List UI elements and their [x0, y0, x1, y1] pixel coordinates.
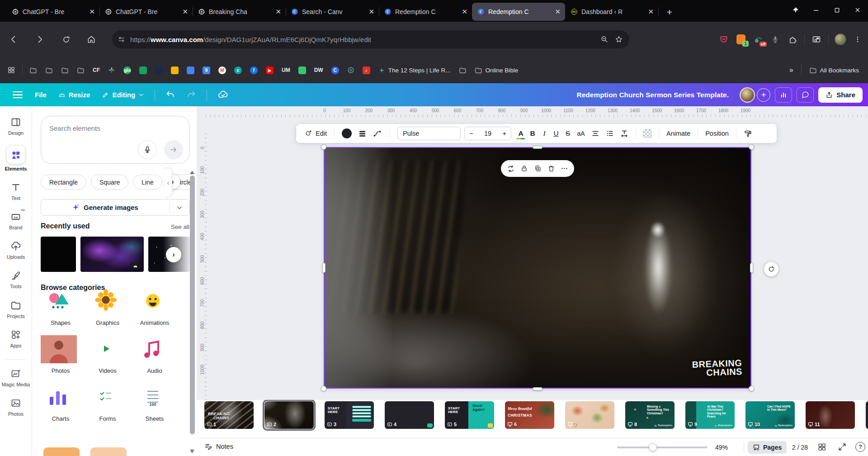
sidebar-item-apps[interactable]: Apps — [1, 329, 30, 348]
page-thumbnail-7[interactable]: 7 — [565, 401, 614, 429]
selection-handle-bottom[interactable] — [533, 387, 542, 390]
sidebar-item-elements[interactable]: Elements — [1, 146, 30, 171]
bookmark-item-12[interactable]: M — [218, 66, 226, 74]
bookmark-text-item-0[interactable]: The 12 Steps | Life R... — [378, 67, 451, 74]
bookmark-item-0[interactable] — [29, 66, 37, 74]
category-charts[interactable]: Charts — [41, 383, 80, 422]
selection-handle-left[interactable] — [322, 263, 326, 273]
tab-close-icon[interactable]: ✕ — [368, 8, 374, 16]
zoom-slider[interactable] — [617, 446, 708, 448]
redo-button[interactable] — [187, 90, 196, 100]
fullscreen-icon[interactable] — [838, 442, 847, 451]
apps-grid-icon[interactable] — [7, 66, 15, 74]
sidebar-item-uploads[interactable]: Uploads — [1, 240, 30, 260]
copy-style-button[interactable] — [741, 126, 755, 141]
lock-icon[interactable] — [520, 165, 528, 172]
shapes-tile-icon[interactable] — [41, 287, 80, 315]
comments-button[interactable] — [797, 87, 814, 103]
bookmark-item-15[interactable]: ▶ — [266, 66, 274, 74]
shape-pill-rectangle[interactable]: Rectangle — [41, 175, 86, 190]
generate-dropdown-chevron[interactable] — [170, 204, 189, 211]
bookmark-item-17[interactable] — [298, 66, 306, 74]
charts-tile-icon[interactable] — [41, 383, 80, 411]
voice-search-button[interactable] — [138, 140, 157, 159]
bold-button[interactable]: B — [527, 129, 538, 138]
undo-button[interactable] — [165, 90, 175, 100]
page-thumbnail-2[interactable]: 2 — [264, 401, 314, 429]
text-align-button[interactable] — [588, 126, 603, 141]
see-all-link[interactable]: See all — [171, 223, 189, 230]
browser-tab-1[interactable]: ChatGPT - Bre✕ — [99, 3, 193, 21]
recent-element-black[interactable] — [41, 237, 76, 272]
site-info-icon[interactable] — [118, 35, 126, 43]
fill-color-swatch[interactable] — [342, 128, 352, 138]
all-bookmarks-item[interactable]: All Bookmarks — [809, 66, 859, 74]
browser-tab-5[interactable]: CRedemption C✕ — [472, 3, 565, 21]
generate-images-button[interactable]: Generate images — [41, 199, 190, 216]
page-thumbnail-next[interactable] — [866, 401, 868, 429]
bookmark-item-3[interactable] — [77, 66, 85, 74]
selection-handle-bottom-right[interactable] — [749, 386, 754, 391]
duplicate-icon[interactable] — [534, 165, 542, 172]
help-button[interactable]: ? — [855, 442, 865, 452]
forward-button[interactable] — [32, 31, 48, 48]
url-bar[interactable]: https://www.canva.com/design/DAG1urjZAuA… — [112, 30, 629, 48]
bookmark-item-7[interactable] — [139, 66, 147, 74]
page-thumbnail-10[interactable]: Can I Find HOPE In This Mess?⛪ Redemptio… — [745, 401, 795, 429]
bookmark-item-2[interactable] — [61, 66, 69, 74]
bookmark-text-item-1[interactable] — [459, 66, 467, 74]
page-thumbnail-4[interactable]: 4 — [385, 401, 434, 429]
sidebar-item-design[interactable]: Design — [1, 116, 30, 136]
category-sheets[interactable]: 100Sheets — [135, 383, 175, 422]
insights-button[interactable] — [775, 87, 792, 103]
bookmark-item-9[interactable] — [171, 66, 179, 74]
tab-close-icon[interactable]: ✕ — [182, 8, 188, 16]
bookmark-item-19[interactable]: C — [331, 66, 339, 74]
audio-tile-icon[interactable] — [135, 335, 175, 363]
browser-tab-2[interactable]: Breaking Cha✕ — [193, 3, 286, 21]
selection-handle-right[interactable] — [750, 263, 753, 273]
collaborator-avatar[interactable] — [740, 87, 755, 103]
page-thumbnail-5[interactable]: STARTHEREStuck Again?5 — [445, 401, 494, 429]
resize-menu[interactable]: Resize — [58, 91, 90, 99]
category-shapes[interactable]: Shapes — [41, 287, 80, 326]
browser-profile-avatar[interactable] — [833, 32, 848, 47]
font-size-value[interactable]: 19 — [484, 130, 491, 137]
tab-close-icon[interactable]: ✕ — [462, 8, 467, 16]
category-graphics[interactable]: Graphics — [88, 287, 127, 326]
animations-tile-icon[interactable] — [135, 287, 175, 315]
tab-search-icon[interactable] — [809, 32, 824, 47]
font-family-select[interactable]: Pulse — [397, 127, 461, 140]
graphics-tile-icon[interactable] — [88, 287, 127, 315]
forms-tile-icon[interactable] — [88, 383, 127, 411]
underline-button[interactable]: U — [550, 129, 562, 138]
bookmark-item-13[interactable]: c — [234, 66, 242, 74]
sidebar-item-brand[interactable]: coBrand — [1, 211, 30, 230]
strikethrough-button[interactable]: S — [562, 129, 574, 138]
browser-tab-3[interactable]: CSearch - Canv✕ — [286, 3, 379, 21]
window-minimize-button[interactable] — [806, 0, 826, 20]
zoom-percentage[interactable]: 49% — [715, 444, 728, 451]
bookmark-item-21[interactable]: ♪ — [363, 66, 370, 74]
list-button[interactable] — [603, 126, 617, 141]
line-style-button[interactable] — [370, 126, 385, 141]
delete-icon[interactable] — [547, 165, 555, 172]
category-tile-partial[interactable] — [43, 447, 80, 456]
share-button[interactable]: Share — [818, 87, 863, 103]
stroke-weight-button[interactable] — [355, 126, 370, 141]
window-maximize-button[interactable] — [826, 0, 847, 20]
bookmark-item-18[interactable]: DW — [314, 67, 323, 73]
page-thumbnail-3[interactable]: STARTHERE3 — [325, 401, 374, 429]
notes-button[interactable]: Notes — [204, 442, 233, 451]
extension-icon-orange[interactable]: 1 — [733, 32, 749, 47]
bookmark-star-icon[interactable] — [615, 35, 623, 43]
page-thumbnail-1[interactable]: BREAKINGCHAINS1 — [204, 401, 254, 429]
page-thumbnail-8[interactable]: Missing Something This Christmas?⛪ Redem… — [625, 401, 675, 429]
bookmark-item-11[interactable]: 9 — [203, 66, 210, 74]
editing-mode-menu[interactable]: Editing — [102, 91, 144, 99]
selection-handle-bottom-left[interactable] — [321, 386, 326, 391]
browser-menu-icon[interactable] — [850, 32, 865, 47]
tab-close-icon[interactable]: ✕ — [555, 8, 561, 16]
pinned-extension-icon[interactable] — [785, 0, 806, 20]
main-menu-icon[interactable] — [13, 91, 23, 98]
